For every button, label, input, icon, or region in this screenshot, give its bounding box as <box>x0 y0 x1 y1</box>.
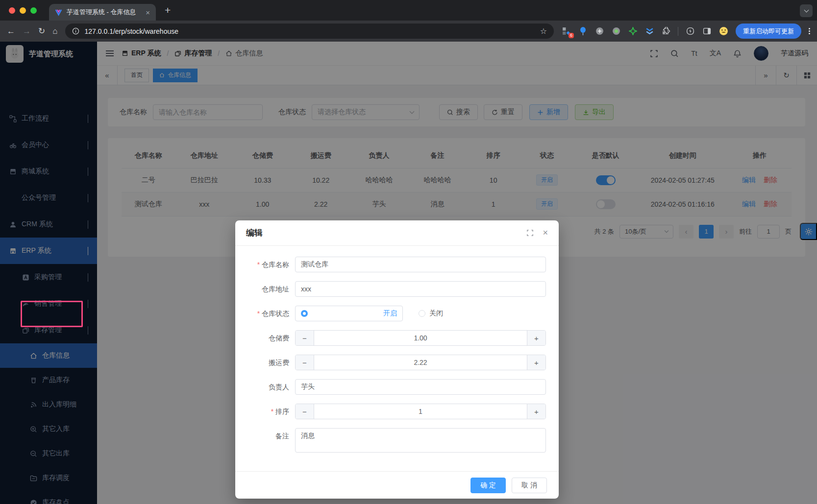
url-bar[interactable]: 127.0.0.1/erp/stock/warehouse ☆ <box>65 24 554 39</box>
toolbar-divider <box>678 27 678 36</box>
sort-input[interactable] <box>314 404 527 419</box>
close-window-button[interactable] <box>9 7 15 14</box>
increase-button[interactable]: + <box>527 404 545 419</box>
name-field-input[interactable] <box>295 257 546 272</box>
dialog-body: 仓库名称 仓库地址 仓库状态 开启 关闭 仓储费 − + <box>235 246 559 471</box>
radio-dot-icon <box>419 310 425 317</box>
sort-field-label: 排序 <box>248 404 295 419</box>
screen: 芋道管理系统 - 仓库信息 × + ← → ↻ ⌂ 127.0.0.1/erp/… <box>0 0 817 504</box>
cancel-button[interactable]: 取 消 <box>512 478 547 493</box>
principal-field-input[interactable] <box>295 379 546 395</box>
forward-icon[interactable]: → <box>23 27 31 35</box>
principal-field-label: 负责人 <box>248 379 295 395</box>
dialog-fullscreen-icon[interactable] <box>526 229 534 237</box>
bookmark-star-icon[interactable]: ☆ <box>540 26 547 36</box>
handling-fee-label: 搬运费 <box>248 355 295 370</box>
balloon-extension-icon[interactable] <box>578 26 588 36</box>
status-radio-on[interactable]: 开启 <box>295 306 403 321</box>
battery-saver-icon[interactable] <box>685 26 695 36</box>
handling-fee-input[interactable] <box>314 355 527 370</box>
confirm-button[interactable]: 确 定 <box>470 478 506 493</box>
browser-home-icon[interactable]: ⌂ <box>52 27 57 35</box>
decrease-button[interactable]: − <box>296 404 314 419</box>
new-tab-button[interactable]: + <box>165 4 171 16</box>
decrease-button[interactable]: − <box>296 355 314 370</box>
browser-toolbar: ← → ↻ ⌂ 127.0.0.1/erp/stock/warehouse ☆ … <box>0 21 817 42</box>
url-text: 127.0.0.1/erp/stock/warehouse <box>85 27 178 35</box>
extensions-puzzle-icon[interactable] <box>661 26 671 36</box>
browser-tab[interactable]: 芋道管理系统 - 仓库信息 × <box>49 4 156 21</box>
tab-search-chevron-icon[interactable] <box>800 4 813 17</box>
green-dot-extension-icon[interactable] <box>611 26 621 36</box>
address-field-input[interactable] <box>295 281 546 297</box>
emoji-profile-icon[interactable] <box>718 26 728 36</box>
grid-extension-icon[interactable]: 6 <box>561 26 571 36</box>
extensions-cluster: 6 <box>561 26 728 36</box>
restart-update-button[interactable]: 重新启动即可更新 <box>736 24 801 39</box>
chevrons-extension-icon[interactable] <box>644 26 654 36</box>
handling-fee-stepper: − + <box>295 355 546 370</box>
traffic-lights <box>9 7 37 14</box>
annotation-highlight-box <box>21 301 83 327</box>
dialog-header: 编辑 × <box>235 220 559 246</box>
star-extension-icon[interactable] <box>628 26 638 36</box>
dialog-footer: 确 定 取 消 <box>235 471 559 499</box>
status-radio-off[interactable]: 关闭 <box>419 309 443 318</box>
minimize-window-button[interactable] <box>20 7 26 14</box>
storage-fee-stepper: − + <box>295 330 546 346</box>
dialog-title: 编辑 <box>246 227 263 239</box>
browser-tab-strip: 芋道管理系统 - 仓库信息 × + <box>0 0 817 21</box>
favicon-v-icon <box>55 9 62 16</box>
radio-dot-icon <box>301 310 308 317</box>
remark-field-label: 备注 <box>248 428 295 444</box>
decrease-button[interactable]: − <box>296 331 314 345</box>
status-field-label: 仓库状态 <box>248 306 295 321</box>
name-field-label: 仓库名称 <box>248 257 295 272</box>
zoom-window-button[interactable] <box>30 7 37 14</box>
site-info-icon[interactable] <box>72 27 79 35</box>
extension-badge: 6 <box>569 33 574 38</box>
address-field-label: 仓库地址 <box>248 281 295 297</box>
browser-menu-icon[interactable] <box>809 28 810 34</box>
increase-button[interactable]: + <box>527 355 545 370</box>
tab-title: 芋道管理系统 - 仓库信息 <box>67 8 136 17</box>
side-panel-icon[interactable] <box>702 26 712 36</box>
reload-icon[interactable]: ↻ <box>38 27 45 35</box>
sort-stepper: − + <box>295 404 546 419</box>
storage-fee-input[interactable] <box>314 331 527 345</box>
tab-close-icon[interactable]: × <box>146 8 150 17</box>
dialog-close-icon[interactable]: × <box>543 228 548 238</box>
edit-dialog: 编辑 × 仓库名称 仓库地址 仓库状态 开启 关闭 <box>235 220 559 499</box>
storage-fee-label: 仓储费 <box>248 330 295 346</box>
remark-textarea[interactable]: 消息 <box>295 428 546 453</box>
back-icon[interactable]: ← <box>7 27 15 35</box>
round-extension-icon[interactable] <box>594 26 604 36</box>
increase-button[interactable]: + <box>527 331 545 345</box>
